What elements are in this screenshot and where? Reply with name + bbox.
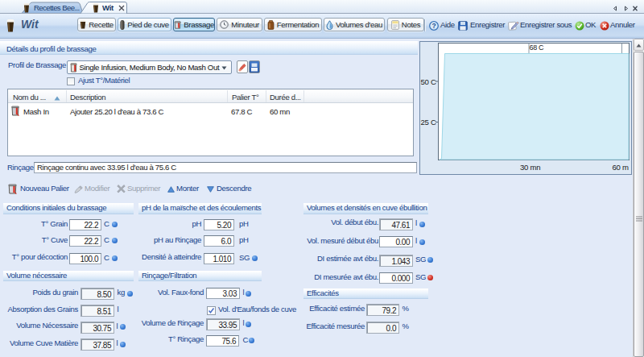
svg-text:30 mn: 30 mn (520, 163, 540, 172)
svg-text:60 m: 60 m (613, 163, 629, 172)
svg-text:25 C: 25 C (421, 118, 436, 127)
svg-text:50 C: 50 C (421, 77, 436, 86)
svg-text:68 C: 68 C (530, 44, 545, 52)
svg-text:?: ? (431, 22, 436, 30)
